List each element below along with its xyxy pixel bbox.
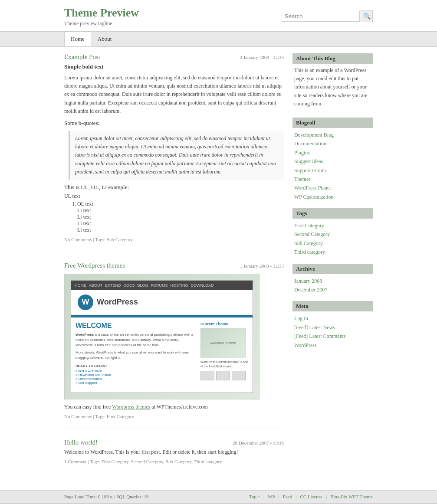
sidebar-archive-title: Archive — [292, 264, 373, 274]
list-item: Li text — [77, 227, 284, 233]
post-footer-example: No Comments | Tags: Sub Category — [64, 237, 284, 242]
tag-link[interactable]: First Category — [294, 221, 371, 230]
sidebar-meta-title: Meta — [292, 301, 373, 311]
meta-link[interactable]: Log in — [294, 314, 371, 323]
footer: Page Load Time: 0.186 s. | SQL Queries: … — [0, 490, 437, 503]
blogroll-link[interactable]: Documentation — [294, 139, 371, 148]
blogroll-link[interactable]: Support Forum — [294, 166, 371, 175]
nav-menu: Home About — [64, 32, 373, 46]
tag-link[interactable]: Sub Category — [294, 239, 371, 248]
post-footer-hello-world: 1 Comment | Tags: First Category, Second… — [64, 459, 284, 464]
search-input[interactable] — [282, 11, 360, 22]
post-ul-list: Li text Li text Li text Li text — [77, 207, 284, 233]
post-image-wp: HOME ABOUT EXTEND DOCS BLOG FORUMS HOSTI… — [64, 274, 260, 399]
blogroll-link[interactable]: Themes — [294, 175, 371, 183]
footer-load-time: Page Load Time: 0.186 s. | SQL Queries: … — [64, 494, 148, 499]
post-blockquote-example: Lorem ipsum dolor sit amet, consectetur … — [69, 131, 284, 180]
post-text-hello-world: Welcome to WordPress. This is your first… — [64, 449, 284, 455]
post-date-example: 2 January 2008 - 12:35 — [240, 55, 284, 60]
list-item: Li text — [77, 220, 284, 227]
nav-item-about[interactable]: About — [91, 32, 118, 46]
post-date-hello-world: 26 December 2007 - 19:46 — [233, 440, 284, 445]
meta-link[interactable]: [Feed] Latest Comments — [294, 332, 371, 340]
post-title-example[interactable]: Example Post — [64, 53, 100, 61]
sidebar-about-text: This is an example of a WordPress page, … — [292, 66, 373, 111]
sidebar-meta-links: Log in [Feed] Latest News [Feed] Latest … — [292, 314, 373, 350]
site-tagline: Theme preview tagline — [64, 20, 139, 27]
post-bold-example: Simple bold text — [64, 63, 284, 70]
footer-feed-link[interactable]: Feed — [283, 494, 292, 499]
footer-top-link[interactable]: Top ^ — [249, 494, 260, 499]
blogroll-link[interactable]: WordPress Planet — [294, 183, 371, 192]
search-form: 🔍 — [282, 10, 373, 22]
post-ol: OL text — [77, 201, 284, 207]
sidebar-archive-links: January 2008 December 2007 — [292, 277, 373, 295]
footer-wp-link[interactable]: WP — [268, 494, 275, 499]
post-hello-world: Hello world! 26 December 2007 - 19:46 We… — [64, 439, 284, 473]
post-ul-ol-heading: This is UL, OL, LI example: — [64, 184, 284, 191]
archive-link[interactable]: December 2007 — [294, 285, 371, 294]
meta-link[interactable]: WordPress — [294, 341, 371, 350]
blogroll-link[interactable]: Plugins — [294, 148, 371, 157]
wordpress-themes-link[interactable]: Wordpress themes — [112, 404, 150, 410]
footer-cc-link[interactable]: CC License — [300, 494, 322, 499]
sidebar-about: About This Blog This is an example of a … — [292, 53, 373, 111]
blogroll-link[interactable]: Development Blog — [294, 131, 371, 139]
blogroll-link[interactable]: Suggest Ideas — [294, 157, 371, 166]
post-text-wp-themes: You can easy find free Wordpress themes … — [64, 404, 284, 410]
footer-theme-link[interactable]: Blue-Pix WPT Theme — [330, 494, 373, 499]
sidebar-blogroll-links: Development Blog Documentation Plugins S… — [292, 131, 373, 201]
nav-item-home[interactable]: Home — [64, 32, 91, 46]
site-title: Theme Preview — [64, 7, 139, 20]
list-item: Li text — [77, 207, 284, 214]
blogroll-link[interactable]: WP Customization — [294, 193, 371, 201]
sidebar-meta: Meta Log in [Feed] Latest News [Feed] La… — [292, 301, 373, 350]
post-ul-label: UL text — [64, 193, 284, 200]
sidebar-blogroll: Blogroll Development Blog Documentation … — [292, 118, 373, 201]
post-ol-label: OL text — [77, 201, 284, 207]
sidebar-tags-links: First Category Second Category Sub Categ… — [292, 221, 373, 257]
sidebar-tags: Tags First Category Second Category Sub … — [292, 208, 373, 257]
archive-link[interactable]: January 2008 — [294, 277, 371, 285]
sidebar-tags-title: Tags — [292, 208, 373, 219]
list-item: Li text — [77, 214, 284, 220]
post-footer-wp-themes: No Comments | Tags: First Category — [64, 414, 284, 419]
post-bquotes-label: Some b-quotes: — [64, 120, 284, 127]
post-wp-themes: Free Wordpress themes 1 January 2008 - 1… — [64, 262, 284, 428]
sidebar-blogroll-title: Blogroll — [292, 118, 373, 128]
tag-link[interactable]: Second Category — [294, 230, 371, 239]
tag-link[interactable]: Third category — [294, 248, 371, 256]
meta-link[interactable]: [Feed] Latest News — [294, 323, 371, 332]
sidebar-archive: Archive January 2008 December 2007 — [292, 264, 373, 295]
search-button[interactable]: 🔍 — [361, 10, 373, 22]
post-example: Example Post 2 January 2008 - 12:35 Simp… — [64, 53, 284, 251]
post-date-wp-themes: 1 January 2008 - 12:33 — [240, 263, 284, 268]
post-content-example: Lorem ipsum dolor sit amet, consectetur … — [64, 74, 284, 115]
post-title-wp-themes[interactable]: Free Wordpress themes — [64, 262, 125, 269]
sidebar-about-title: About This Blog — [292, 53, 373, 64]
post-title-hello-world[interactable]: Hello world! — [64, 439, 98, 446]
